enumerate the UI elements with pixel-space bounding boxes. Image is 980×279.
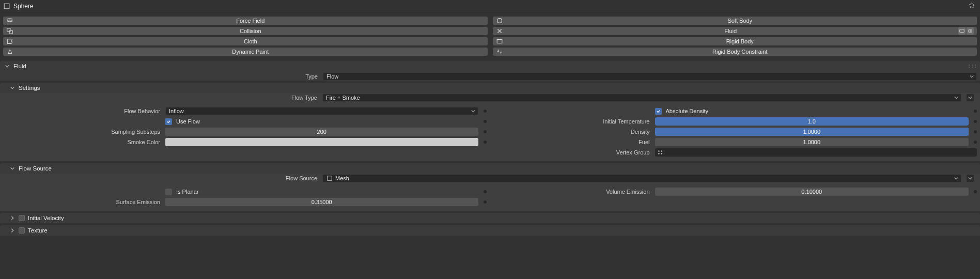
animate-dot[interactable]: [974, 190, 977, 193]
options-chevron[interactable]: [967, 94, 974, 101]
svg-point-10: [969, 67, 970, 68]
flow-type-label: Flow Type: [3, 95, 319, 101]
flow-behavior-label: Flow Behavior: [3, 108, 162, 114]
svg-point-7: [969, 65, 970, 66]
panel-fluid: Fluid Type Flow: [0, 61, 980, 81]
flow-source-row: Flow Source Mesh: [0, 174, 980, 183]
chevron-down-icon: [954, 95, 959, 100]
svg-point-16: [661, 153, 662, 154]
physics-fluid-button[interactable]: Fluid: [493, 27, 977, 35]
flow-source-select[interactable]: Mesh: [322, 174, 961, 182]
smoke-color-row: Smoke Color: [3, 137, 487, 147]
panel-settings: Settings Flow Type Fire + Smoke Flow Beh…: [0, 83, 980, 161]
chevron-down-icon: [9, 165, 15, 172]
rigid-body-icon: [496, 38, 503, 45]
density-label: Density: [494, 129, 652, 135]
use-flow-row: Use Flow: [3, 117, 487, 126]
svg-point-8: [972, 65, 973, 66]
animate-dot[interactable]: [974, 130, 977, 133]
svg-point-14: [661, 150, 662, 152]
svg-rect-17: [328, 176, 332, 181]
absolute-density-checkbox[interactable]: [655, 108, 662, 115]
type-label: Type: [3, 73, 320, 80]
sampling-substeps-input[interactable]: 200: [165, 128, 478, 136]
animate-dot[interactable]: [484, 190, 487, 193]
vertex-group-icon: [657, 149, 663, 156]
svg-rect-0: [4, 4, 9, 9]
svg-rect-2: [9, 30, 12, 34]
object-data-icon: [3, 3, 10, 10]
physics-soft-body-button[interactable]: Soft Body: [493, 17, 977, 25]
vertex-group-row: Vertex Group: [494, 148, 977, 157]
is-planar-row: Is Planar: [3, 187, 487, 196]
panel-header-flow-source[interactable]: Flow Source: [0, 163, 980, 174]
volume-emission-input[interactable]: 0.10000: [655, 188, 969, 196]
chevron-right-icon: [9, 215, 15, 221]
fluid-type-select[interactable]: Flow: [323, 72, 977, 81]
volume-emission-row: Volume Emission 0.10000: [494, 187, 977, 196]
physics-button-label: Rigid Body Constraint: [506, 49, 974, 55]
svg-point-5: [970, 30, 971, 32]
display-mode-icon[interactable]: [958, 27, 966, 35]
animate-dot[interactable]: [484, 130, 487, 133]
physics-rigid-body-button[interactable]: Rigid Body: [493, 37, 977, 45]
panel-header-texture[interactable]: Texture: [0, 225, 980, 236]
physics-collision-button[interactable]: Collision: [3, 27, 488, 35]
close-icon[interactable]: [496, 27, 503, 35]
select-value: Mesh: [335, 175, 349, 181]
surface-emission-row: Surface Emission 0.35000: [3, 197, 487, 207]
panel-title: Texture: [28, 227, 48, 234]
density-input[interactable]: 1.0000: [655, 128, 969, 136]
physics-dynamic-paint-button[interactable]: Dynamic Paint: [3, 48, 488, 56]
use-flow-checkbox[interactable]: [165, 118, 172, 125]
texture-enable-checkbox[interactable]: [19, 227, 25, 234]
flow-behavior-select[interactable]: Inflow: [165, 107, 478, 115]
physics-cloth-button[interactable]: Cloth: [3, 37, 488, 45]
svg-point-9: [975, 65, 976, 66]
animate-dot[interactable]: [484, 110, 487, 113]
physics-force-field-button[interactable]: Force Field: [3, 17, 488, 25]
panel-header-initial-velocity[interactable]: Initial Velocity: [0, 213, 980, 223]
cloth-icon: [6, 38, 13, 45]
animate-dot[interactable]: [974, 141, 977, 144]
panel-initial-velocity: Initial Velocity: [0, 213, 980, 223]
panel-drag-icon[interactable]: [968, 64, 977, 69]
render-mode-icon[interactable]: [967, 27, 974, 35]
animate-dot[interactable]: [484, 141, 487, 144]
animate-dot[interactable]: [974, 120, 977, 123]
flow-type-select[interactable]: Fire + Smoke: [322, 94, 961, 102]
svg-point-15: [658, 153, 660, 154]
surface-emission-input[interactable]: 0.35000: [165, 198, 478, 206]
animate-dot[interactable]: [484, 200, 487, 204]
panel-title: Flow Source: [19, 165, 52, 172]
initial-velocity-enable-checkbox[interactable]: [19, 215, 25, 221]
physics-button-label: Rigid Body: [506, 38, 974, 44]
volume-emission-label: Volume Emission: [494, 189, 652, 195]
fuel-input[interactable]: 1.0000: [655, 138, 969, 146]
options-chevron[interactable]: [967, 175, 974, 182]
vertex-group-select[interactable]: [655, 148, 977, 157]
physics-rigid-body-constraint-button[interactable]: Rigid Body Constraint: [493, 48, 977, 56]
sampling-substeps-row: Sampling Substeps 200: [3, 127, 487, 136]
initial-temperature-input[interactable]: 1.0: [655, 117, 969, 126]
panel-texture: Texture: [0, 225, 980, 236]
rigid-body-constraint-icon: [496, 48, 503, 55]
smoke-color-label: Smoke Color: [3, 139, 162, 145]
animate-dot[interactable]: [484, 120, 487, 123]
chevron-down-icon: [4, 63, 10, 69]
panel-header-settings[interactable]: Settings: [0, 83, 980, 93]
panel-flow-source: Flow Source Flow Source Mesh Is Planar: [0, 163, 980, 211]
pin-icon[interactable]: [968, 2, 977, 11]
svg-point-11: [972, 67, 973, 68]
fuel-label: Fuel: [494, 139, 652, 145]
animate-dot[interactable]: [974, 110, 977, 113]
fluid-display-toggles: [958, 27, 974, 35]
select-value: Flow: [326, 73, 338, 80]
absolute-density-row: Absolute Density: [494, 106, 977, 116]
is-planar-checkbox[interactable]: [165, 189, 172, 195]
smoke-color-swatch[interactable]: [165, 138, 478, 146]
physics-button-label: Soft Body: [506, 18, 974, 24]
panel-header-fluid[interactable]: Fluid: [0, 61, 980, 71]
surface-emission-label: Surface Emission: [3, 199, 162, 205]
vertex-group-label: Vertex Group: [494, 149, 652, 156]
